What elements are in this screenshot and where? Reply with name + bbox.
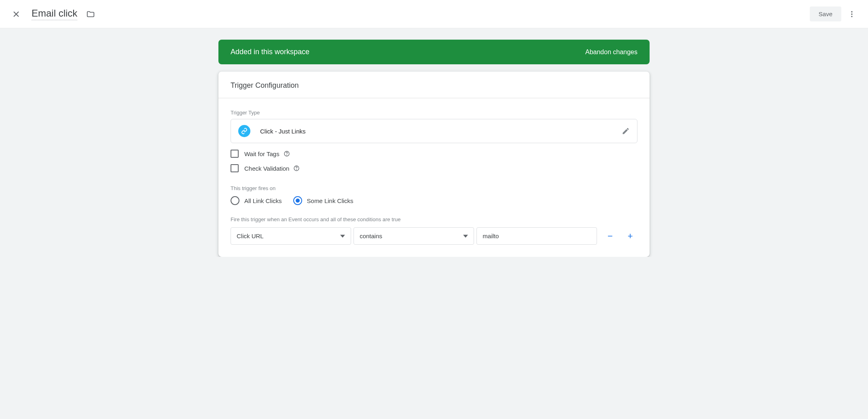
- help-icon: [284, 150, 290, 157]
- svg-point-4: [286, 155, 287, 155]
- folder-button[interactable]: [86, 10, 95, 19]
- fires-on-label: This trigger fires on: [231, 185, 637, 191]
- trigger-type-selector[interactable]: Click - Just Links: [231, 119, 637, 143]
- condition-variable-dropdown[interactable]: Click URL: [231, 227, 351, 245]
- svg-point-0: [851, 11, 852, 12]
- svg-point-1: [851, 13, 852, 15]
- trigger-config-card: Trigger Configuration Trigger Type Click…: [218, 72, 650, 257]
- check-validation-label: Check Validation: [244, 165, 289, 172]
- condition-value-input[interactable]: [476, 227, 597, 245]
- check-validation-help[interactable]: [293, 165, 300, 171]
- radio-some-link-clicks[interactable]: Some Link Clicks: [293, 196, 354, 205]
- radio-some-input[interactable]: [293, 196, 302, 205]
- close-button[interactable]: [8, 6, 24, 22]
- wait-for-tags-help[interactable]: [284, 150, 290, 157]
- condition-row: Click URL contains − +: [231, 227, 637, 245]
- condition-operator-value: contains: [360, 233, 382, 239]
- trigger-type-label: Trigger Type: [231, 110, 637, 116]
- wait-for-tags-label: Wait for Tags: [244, 150, 279, 157]
- workspace-banner: Added in this workspace Abandon changes: [218, 40, 650, 64]
- card-title: Trigger Configuration: [218, 72, 650, 98]
- page-title[interactable]: Email click: [32, 8, 77, 20]
- topbar: Email click Save: [0, 0, 868, 28]
- svg-point-2: [851, 16, 852, 17]
- edit-trigger-type-button[interactable]: [622, 127, 630, 135]
- pencil-icon: [622, 127, 630, 135]
- check-validation-row: Check Validation: [231, 164, 637, 172]
- radio-some-label: Some Link Clicks: [307, 197, 354, 204]
- check-validation-checkbox[interactable]: [231, 164, 239, 172]
- radio-all-input[interactable]: [231, 196, 239, 205]
- abandon-changes-button[interactable]: Abandon changes: [585, 49, 637, 56]
- close-icon: [11, 9, 21, 19]
- condition-hint: Fire this trigger when an Event occurs a…: [231, 216, 637, 222]
- condition-variable-value: Click URL: [237, 233, 264, 239]
- banner-text: Added in this workspace: [231, 48, 309, 56]
- condition-operator-dropdown[interactable]: contains: [354, 227, 474, 245]
- chevron-down-icon: [463, 234, 468, 239]
- trigger-type-value: Click - Just Links: [260, 128, 306, 135]
- link-icon: [238, 125, 250, 137]
- svg-point-6: [296, 169, 297, 170]
- add-condition-button[interactable]: +: [623, 229, 637, 243]
- help-icon: [293, 165, 300, 171]
- more-menu-button[interactable]: [844, 6, 860, 22]
- radio-all-link-clicks[interactable]: All Link Clicks: [231, 196, 282, 205]
- more-vert-icon: [848, 10, 856, 18]
- radio-all-label: All Link Clicks: [244, 197, 282, 204]
- chevron-down-icon: [340, 234, 345, 239]
- folder-icon: [86, 10, 95, 19]
- remove-condition-button[interactable]: −: [603, 229, 617, 243]
- wait-for-tags-row: Wait for Tags: [231, 150, 637, 158]
- wait-for-tags-checkbox[interactable]: [231, 150, 239, 158]
- save-button[interactable]: Save: [810, 6, 841, 21]
